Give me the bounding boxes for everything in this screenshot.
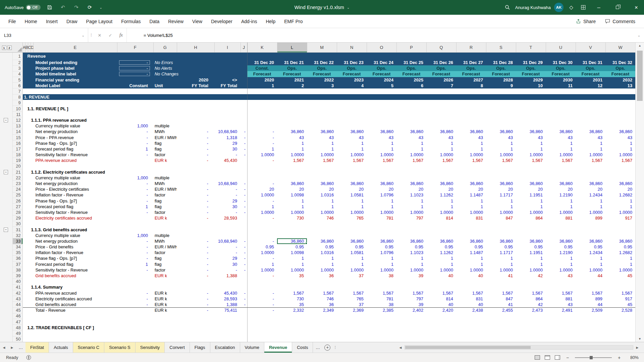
cell-Q14[interactable]: 36,860: [426, 129, 456, 134]
cell-T3[interactable]: Ops.: [516, 65, 546, 71]
row-header-44[interactable]: 44: [12, 302, 22, 307]
cell-V17[interactable]: 1: [576, 146, 605, 152]
cell-H44[interactable]: -: [177, 302, 214, 307]
cell-S19[interactable]: 1,567: [486, 158, 516, 163]
cell-P22[interactable]: [396, 175, 426, 181]
minimize-button[interactable]: ─: [591, 0, 606, 15]
cell-L24[interactable]: 20: [277, 186, 307, 192]
cell-G33[interactable]: MWh: [153, 238, 177, 244]
cell-F27[interactable]: 1: [117, 204, 153, 209]
cell-J38[interactable]: -: [240, 267, 247, 273]
cell-F17[interactable]: 1: [117, 146, 153, 152]
cell-L29[interactable]: 730: [277, 215, 307, 221]
cell-G5[interactable]: [153, 77, 177, 83]
column-header-P[interactable]: P: [396, 43, 426, 52]
cell-L15[interactable]: 43: [277, 134, 307, 140]
cell-T23[interactable]: 36,860: [516, 181, 546, 186]
cell-V22[interactable]: [576, 175, 605, 181]
cell-M18[interactable]: 1.0000: [307, 152, 337, 158]
cell-H19[interactable]: -: [177, 158, 214, 163]
cell-P37[interactable]: 1: [396, 261, 426, 267]
cell-O1[interactable]: [367, 52, 396, 60]
formula-bar-splitter[interactable]: ⁞: [88, 28, 94, 42]
row-header-7[interactable]: 7: [12, 88, 22, 94]
cell-I32[interactable]: [214, 233, 240, 238]
cell-Q33[interactable]: 36,860: [426, 238, 456, 244]
cell-W25[interactable]: 1.2682: [605, 192, 635, 198]
cell-P36[interactable]: 1: [396, 255, 426, 261]
row-label-42[interactable]: PPA revenue accrued: [22, 290, 117, 296]
cell-T6[interactable]: 10: [516, 83, 546, 88]
cell-F13[interactable]: 1,000: [117, 123, 153, 129]
cell-F19[interactable]: [117, 158, 153, 163]
cell-T37[interactable]: 1: [516, 261, 546, 267]
cell-O6[interactable]: 5: [367, 83, 396, 88]
row-header-40[interactable]: 40: [12, 279, 22, 284]
cell-R1[interactable]: [456, 52, 486, 60]
cell-K28[interactable]: 1.0000: [247, 209, 277, 215]
cell-S22[interactable]: [486, 175, 516, 181]
cell-V35[interactable]: 1.2434: [576, 250, 605, 255]
row-label-2[interactable]: Model period ending: [22, 60, 117, 65]
cell-G42[interactable]: EUR k: [153, 290, 177, 296]
cell-P39[interactable]: 39: [396, 273, 426, 279]
cell-P34[interactable]: 0.95: [396, 244, 426, 250]
cell-Q44[interactable]: 40: [426, 302, 456, 307]
row-header-42[interactable]: 42: [12, 290, 22, 296]
cell-H37[interactable]: -: [177, 261, 214, 267]
cell-M39[interactable]: 36: [307, 273, 337, 279]
cell-G19[interactable]: EUR k: [153, 158, 177, 163]
sheet-nav-right-icon[interactable]: ▶: [8, 342, 16, 353]
cell-O25[interactable]: 1.0796: [367, 192, 396, 198]
cell-N45[interactable]: 2,369: [337, 307, 367, 313]
row-40[interactable]: [22, 279, 635, 284]
cell-N39[interactable]: 37: [337, 273, 367, 279]
horizontal-scrollbar[interactable]: ◀ ▶: [396, 342, 641, 353]
cell-W27[interactable]: 1: [605, 204, 635, 209]
row-header-9[interactable]: 9: [12, 100, 22, 106]
cell-O23[interactable]: 36,860: [367, 181, 396, 186]
cell-T25[interactable]: 1.1951: [516, 192, 546, 198]
cell-G28[interactable]: factor: [153, 209, 177, 215]
cell-R35[interactable]: 1.1487: [456, 250, 486, 255]
cell-H15[interactable]: -: [177, 134, 214, 140]
cell-I34[interactable]: -: [214, 244, 240, 250]
cell-U36[interactable]: 1: [546, 255, 576, 261]
cell-S2[interactable]: 31 Dec 28: [486, 60, 516, 65]
cell-J13[interactable]: [240, 123, 247, 129]
column-header-V[interactable]: V: [576, 43, 605, 52]
cell-L18[interactable]: 1.0000: [277, 152, 307, 158]
cell-L28[interactable]: 1.0000: [277, 209, 307, 215]
cell-Q25[interactable]: 1.1262: [426, 192, 456, 198]
cell-K39[interactable]: -: [247, 273, 277, 279]
cell-Q22[interactable]: [426, 175, 456, 181]
cell-O26[interactable]: 1: [367, 198, 396, 204]
cell-O43[interactable]: 781: [367, 296, 396, 302]
cell-K16[interactable]: -: [247, 140, 277, 146]
cell-N2[interactable]: 31 Dec 23: [337, 60, 367, 65]
cell-F26[interactable]: -: [117, 198, 153, 204]
cell-L22[interactable]: [277, 175, 307, 181]
row-header-8[interactable]: 8: [12, 94, 22, 100]
cell-R34[interactable]: 0.95: [456, 244, 486, 250]
enter-icon[interactable]: ✓: [105, 28, 116, 42]
cell-I16[interactable]: 29: [214, 140, 240, 146]
cell-J34[interactable]: -: [240, 244, 247, 250]
row-header-45[interactable]: 45: [12, 307, 22, 313]
cell-T16[interactable]: 1: [516, 140, 546, 146]
cell-J36[interactable]: -: [240, 255, 247, 261]
cell-I24[interactable]: -: [214, 186, 240, 192]
cell-P17[interactable]: 1: [396, 146, 426, 152]
cell-I15[interactable]: 1,318: [214, 134, 240, 140]
cell-Q1[interactable]: [426, 52, 456, 60]
column-header-T[interactable]: T: [516, 43, 546, 52]
cell-M2[interactable]: 31 Dec 22: [307, 60, 337, 65]
cell-I35[interactable]: -: [214, 250, 240, 255]
cell-Q37[interactable]: 1: [426, 261, 456, 267]
row-label-43[interactable]: Electricity certificates accrued: [22, 296, 117, 302]
cell-Q24[interactable]: 20: [426, 186, 456, 192]
cell-W19[interactable]: 1,567: [605, 158, 635, 163]
cell-N1[interactable]: [337, 52, 367, 60]
cell-R28[interactable]: 1.0000: [456, 209, 486, 215]
cell-S42[interactable]: 1,567: [486, 290, 516, 296]
